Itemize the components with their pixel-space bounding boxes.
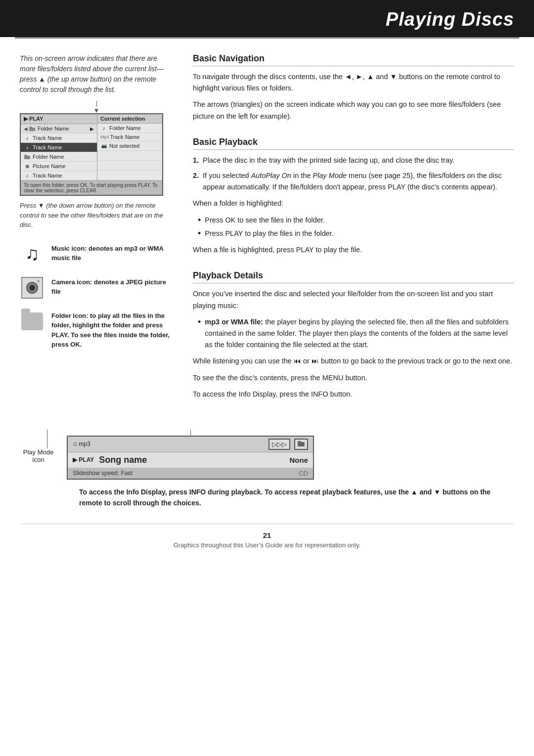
basic-navigation-title: Basic Navigation	[193, 53, 514, 66]
playback-step-2: 2. If you selected AutoPlay On in the Pl…	[193, 170, 514, 193]
legend-camera: Camera icon: denotes a JPEG picture file	[20, 275, 173, 300]
playback-para3: To access the Info Display, press the IN…	[193, 389, 514, 400]
pb-play-icon: ▶ PLAY	[73, 456, 94, 463]
detail-empty-row	[97, 151, 162, 161]
footer-note: Graphics throughout this User’s Guide ar…	[174, 541, 361, 549]
top-arrow-indicator: ▼	[20, 101, 173, 114]
folder-bullet-1: • Press OK to see the files in the folde…	[198, 215, 514, 226]
camera-icon-large	[20, 275, 44, 300]
screen-track-row-2-selected: Track Name	[21, 143, 97, 152]
playback-steps: 1. Place the disc in the tray with the p…	[193, 155, 514, 193]
screen-status-bar: To open this folder, press OK. To start …	[21, 181, 162, 195]
screen-top-bar-right: Current selection	[97, 114, 162, 124]
detail-note-icon	[100, 125, 107, 132]
detail-mp3-row: Mp3 Track Name	[97, 133, 162, 141]
detail-not-selected-row: Not selected	[97, 141, 162, 151]
basic-playback-section: Basic Playback 1. Place the disc in the …	[193, 137, 514, 256]
playback-details-bullets: • mp3 or WMA file: the player begins by …	[198, 316, 514, 351]
caption-text: Press ▼ (the down arrow button) on the r…	[20, 201, 173, 230]
picture-icon	[24, 163, 31, 170]
pb-folder-icon	[294, 439, 308, 450]
playback-para1: While listening you can use the ⏮ or ⏭ b…	[193, 356, 514, 367]
intro-text: This on-screen arrow indicates that ther…	[20, 53, 173, 95]
playback-step-1: 1. Place the disc in the tray with the p…	[193, 155, 514, 166]
pb-top-bar: ♫ mp3 ▷▷▷	[68, 437, 313, 452]
screen-folder-row-2: Folder Name	[21, 152, 97, 162]
svg-rect-3	[24, 155, 27, 157]
folder-icon-small	[24, 153, 31, 160]
playback-details-section: Playback Details Once you’ve inserted th…	[193, 270, 514, 400]
playback-details-title: Playback Details	[193, 270, 514, 283]
playback-area: Play Mode icon ♫ mp3 ▷▷▷	[20, 430, 514, 480]
folder-icon-label: Folder icon: to play all the files in th…	[51, 309, 173, 350]
folder-bullet-2: • Press PLAY to play the files in the fo…	[198, 228, 514, 239]
playback-details-bullet-1: • mp3 or WMA file: the player begins by …	[198, 316, 514, 351]
basic-navigation-section: Basic Navigation To navigate through the…	[193, 53, 514, 122]
music-icon-large: ♫	[20, 242, 44, 267]
screen-track-row-3: Track Name	[21, 171, 97, 180]
play-mode-label: Play Mode	[23, 448, 53, 456]
page-number: 21	[263, 531, 271, 539]
screen-track-row-1: Track Name	[21, 133, 97, 143]
pb-bottom-bar: Slideshow speed: Fast CD	[68, 468, 313, 479]
svg-rect-5	[298, 441, 301, 444]
pb-play-row: ▶ PLAY Song name None	[68, 452, 313, 468]
screen-top-bar: ▶ PLAY	[21, 114, 97, 124]
pb-skip-icon: ▷▷▷	[268, 439, 290, 450]
music-icon-label: Music icon: denotes an mp3 or WMA music …	[51, 242, 173, 263]
folder-icon-large	[20, 309, 44, 334]
bottom-section: Play Mode icon ♫ mp3 ▷▷▷	[0, 415, 534, 514]
music-icon	[24, 134, 31, 141]
main-content: This on-screen arrow indicates that ther…	[0, 39, 534, 415]
music-icon-selected	[24, 144, 31, 151]
right-column: Basic Navigation To navigate through the…	[193, 53, 514, 405]
detail-cam-icon	[100, 142, 107, 149]
playback-details-intro: Once you’ve inserted the disc and select…	[193, 288, 514, 311]
bottom-caption: To access the Info Display, press INFO d…	[20, 487, 514, 509]
svg-rect-1	[29, 127, 32, 129]
basic-playback-title: Basic Playback	[193, 137, 514, 150]
screen-mockup: ▶ PLAY ◀ Folder Name ▶ Track Name	[20, 113, 163, 196]
detail-folder-row: Folder Name	[97, 124, 162, 133]
basic-nav-para1: To navigate through the discs contents, …	[193, 71, 514, 94]
play-mode-container: Play Mode icon	[20, 430, 57, 463]
left-column: This on-screen arrow indicates that ther…	[20, 53, 173, 405]
playback-para2: To see the the disc’s contents, press th…	[193, 372, 514, 384]
screen-folder-icon	[29, 125, 36, 132]
camera-icon-label: Camera icon: denotes a JPEG picture file	[51, 275, 173, 297]
playback-screen: ♫ mp3 ▷▷▷ ▶ PLAY Song name None Slidesho…	[67, 430, 314, 480]
detail-empty-row-3	[97, 171, 162, 180]
file-highlighted-text: When a file is highlighted, press PLAY t…	[193, 244, 514, 256]
screen-picture-row: Picture Name	[21, 162, 97, 171]
screen-folder-row: ◀ Folder Name ▶	[21, 124, 97, 133]
page-title: Playing Discs	[0, 0, 534, 37]
legend-music: ♫ Music icon: denotes an mp3 or WMA musi…	[20, 242, 173, 267]
page-footer: 21 Graphics throughout this User’s Guide…	[20, 524, 514, 554]
legend-folder: Folder icon: to play all the files in th…	[20, 309, 173, 350]
basic-nav-para2: The arrows (triangles) on the screen ind…	[193, 99, 514, 122]
detail-empty-row-2	[97, 161, 162, 171]
icon-legend: ♫ Music icon: denotes an mp3 or WMA musi…	[20, 242, 173, 350]
folder-highlighted-text: When a folder is highlighted:	[193, 198, 514, 209]
music-icon-3	[24, 172, 31, 179]
folder-bullets: • Press OK to see the files in the folde…	[198, 215, 514, 240]
